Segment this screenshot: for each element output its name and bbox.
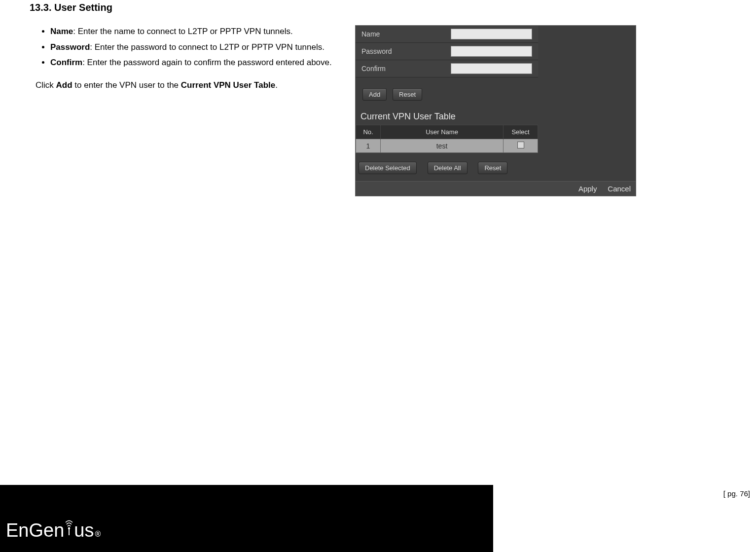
list-item: Name: Enter the name to connect to L2TP … bbox=[50, 25, 355, 38]
term-confirm: Confirm bbox=[50, 58, 82, 67]
table-row: 1 test bbox=[356, 139, 538, 153]
wifi-icon bbox=[64, 517, 74, 536]
row-no: 1 bbox=[356, 139, 381, 153]
registered-icon: ® bbox=[95, 530, 101, 539]
desc-password: : Enter the password to connect to L2TP … bbox=[90, 42, 324, 52]
table-reset-button[interactable]: Reset bbox=[478, 162, 507, 174]
name-input[interactable] bbox=[451, 29, 532, 39]
cancel-button[interactable]: Cancel bbox=[608, 184, 631, 193]
add-button[interactable]: Add bbox=[362, 88, 387, 101]
term-password: Password bbox=[50, 42, 90, 52]
list-item: Confirm: Enter the password again to con… bbox=[50, 56, 355, 69]
list-item: Password: Enter the password to connect … bbox=[50, 41, 355, 54]
password-input[interactable] bbox=[451, 46, 532, 57]
confirm-label: Confirm bbox=[356, 60, 445, 77]
col-select-header: Select bbox=[504, 125, 538, 139]
field-description-list: Name: Enter the name to connect to L2TP … bbox=[50, 25, 355, 69]
row-select-checkbox[interactable] bbox=[517, 142, 524, 148]
password-label: Password bbox=[356, 43, 445, 60]
page-number: [ pg. 76] bbox=[723, 489, 750, 498]
col-username-header: User Name bbox=[381, 125, 504, 139]
svg-rect-1 bbox=[69, 528, 70, 535]
engenius-logo: EnGen us® bbox=[6, 518, 101, 541]
confirm-input[interactable] bbox=[451, 63, 532, 74]
apply-button[interactable]: Apply bbox=[578, 184, 597, 193]
delete-selected-button[interactable]: Delete Selected bbox=[359, 162, 417, 174]
desc-confirm: : Enter the password again to confirm th… bbox=[82, 58, 332, 67]
reset-button[interactable]: Reset bbox=[393, 88, 422, 101]
term-name: Name bbox=[50, 27, 73, 36]
col-no-header: No. bbox=[356, 125, 381, 139]
row-username: test bbox=[381, 139, 504, 153]
footer-bar: EnGen us® bbox=[0, 485, 493, 552]
delete-all-button[interactable]: Delete All bbox=[428, 162, 468, 174]
instruction-text: Click Add to enter the VPN user to the C… bbox=[36, 79, 355, 92]
user-form: Name Password Confirm bbox=[356, 26, 538, 77]
user-table-title: Current VPN User Table bbox=[356, 107, 636, 125]
router-settings-panel: Name Password Confirm Add bbox=[355, 25, 636, 196]
desc-name: : Enter the name to connect to L2TP or P… bbox=[73, 27, 292, 36]
name-label: Name bbox=[356, 26, 445, 43]
vpn-user-table: No. User Name Select 1 test bbox=[356, 125, 538, 153]
section-heading: 13.3. User Setting bbox=[30, 0, 726, 13]
